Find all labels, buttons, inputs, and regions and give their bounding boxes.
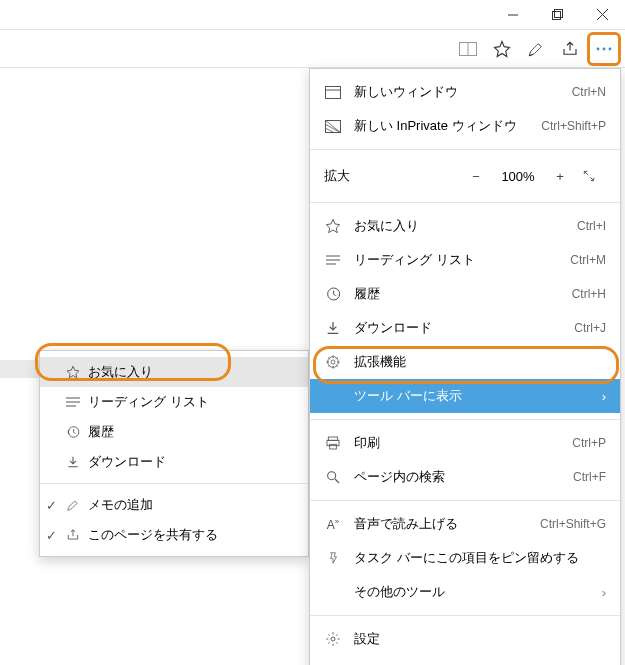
menu-item-help[interactable]: ? ヘルプとフィードバック › — [310, 656, 620, 665]
search-icon — [324, 469, 342, 485]
submenu-label: メモの追加 — [88, 496, 294, 514]
menu-item-new-window[interactable]: 新しいウィンドウ Ctrl+N — [310, 75, 620, 109]
minimize-button[interactable] — [490, 0, 535, 29]
close-button[interactable] — [580, 0, 625, 29]
menu-item-find[interactable]: ページ内の検索 Ctrl+F — [310, 460, 620, 494]
menu-label: ツール バーに表示 — [354, 387, 590, 405]
menu-shortcut: Ctrl+F — [573, 470, 606, 484]
separator — [310, 615, 620, 616]
more-menu-button[interactable] — [587, 32, 621, 66]
svg-point-8 — [603, 47, 606, 50]
zoom-out-button[interactable]: − — [464, 169, 488, 184]
window-icon — [324, 86, 342, 99]
zoom-label: 拡大 — [324, 167, 454, 185]
reading-list-icon — [324, 254, 342, 266]
toolbar — [0, 30, 625, 68]
svg-rect-23 — [328, 437, 337, 440]
read-aloud-icon: A» — [324, 517, 342, 532]
star-add-icon — [324, 218, 342, 234]
history-icon — [64, 425, 82, 439]
chevron-right-icon: › — [602, 389, 606, 404]
menu-item-history[interactable]: 履歴 Ctrl+H — [310, 277, 620, 311]
menu-item-extensions[interactable]: 拡張機能 — [310, 345, 620, 379]
zoom-value: 100% — [498, 169, 538, 184]
svg-point-9 — [609, 47, 612, 50]
pen-icon — [64, 498, 82, 512]
menu-label: お気に入り — [354, 217, 565, 235]
svg-rect-24 — [327, 440, 339, 445]
extensions-icon — [324, 354, 342, 370]
show-in-toolbar-submenu: お気に入り リーディング リスト 履歴 ダウンロード ✓ メモの追加 ✓ — [39, 350, 309, 557]
menu-shortcut: Ctrl+P — [572, 436, 606, 450]
separator — [310, 419, 620, 420]
svg-point-28 — [331, 637, 335, 641]
favorite-star-icon[interactable] — [485, 32, 519, 66]
share-icon[interactable] — [553, 32, 587, 66]
svg-rect-14 — [326, 86, 341, 98]
submenu-item-add-notes[interactable]: ✓ メモの追加 — [40, 490, 308, 520]
submenu-label: お気に入り — [88, 363, 294, 381]
menu-item-reading-list[interactable]: リーディング リスト Ctrl+M — [310, 243, 620, 277]
inprivate-icon — [324, 120, 342, 133]
main-menu: 新しいウィンドウ Ctrl+N 新しい InPrivate ウィンドウ Ctrl… — [309, 68, 621, 665]
chevron-right-icon: › — [602, 585, 606, 600]
menu-item-read-aloud[interactable]: A» 音声で読み上げる Ctrl+Shift+G — [310, 507, 620, 541]
menu-shortcut: Ctrl+Shift+G — [540, 517, 606, 531]
reading-mode-icon[interactable] — [451, 32, 485, 66]
pin-icon — [324, 550, 342, 566]
download-icon — [64, 455, 82, 469]
svg-rect-2 — [555, 10, 563, 18]
menu-shortcut: Ctrl+M — [570, 253, 606, 267]
submenu-item-reading-list[interactable]: リーディング リスト — [40, 387, 308, 417]
share-icon — [64, 528, 82, 542]
menu-label: 拡張機能 — [354, 353, 606, 371]
submenu-item-favorites[interactable]: お気に入り — [40, 357, 308, 387]
pen-notes-icon[interactable] — [519, 32, 553, 66]
menu-shortcut: Ctrl+N — [572, 85, 606, 99]
menu-item-downloads[interactable]: ダウンロード Ctrl+J — [310, 311, 620, 345]
menu-label: 履歴 — [354, 285, 560, 303]
svg-point-7 — [597, 47, 600, 50]
menu-zoom-row: 拡大 − 100% + — [310, 156, 620, 196]
print-icon — [324, 435, 342, 451]
menu-label: ページ内の検索 — [354, 468, 561, 486]
check-icon: ✓ — [46, 498, 60, 513]
submenu-item-share-page[interactable]: ✓ このページを共有する — [40, 520, 308, 550]
submenu-item-history[interactable]: 履歴 — [40, 417, 308, 447]
menu-item-show-in-toolbar[interactable]: ツール バーに表示 › — [310, 379, 620, 413]
menu-item-pin-taskbar[interactable]: タスク バーにこの項目をピン留めする — [310, 541, 620, 575]
gear-icon — [324, 631, 342, 647]
menu-label: タスク バーにこの項目をピン留めする — [354, 549, 606, 567]
menu-label: 新しい InPrivate ウィンドウ — [354, 117, 529, 135]
svg-rect-1 — [553, 12, 561, 20]
check-icon: ✓ — [46, 528, 60, 543]
history-icon — [324, 286, 342, 302]
menu-item-print[interactable]: 印刷 Ctrl+P — [310, 426, 620, 460]
menu-label: その他のツール — [354, 583, 590, 601]
menu-shortcut: Ctrl+Shift+P — [541, 119, 606, 133]
menu-label: 音声で読み上げる — [354, 515, 528, 533]
svg-point-22 — [331, 360, 335, 364]
svg-line-27 — [335, 479, 339, 483]
separator — [310, 202, 620, 203]
maximize-button[interactable] — [535, 0, 580, 29]
menu-label: リーディング リスト — [354, 251, 558, 269]
menu-shortcut: Ctrl+I — [577, 219, 606, 233]
menu-item-more-tools[interactable]: その他のツール › — [310, 575, 620, 609]
star-outline-icon — [64, 365, 82, 379]
separator — [310, 149, 620, 150]
menu-item-favorites[interactable]: お気に入り Ctrl+I — [310, 209, 620, 243]
svg-point-26 — [328, 472, 336, 480]
zoom-in-button[interactable]: + — [548, 169, 572, 184]
submenu-item-downloads[interactable]: ダウンロード — [40, 447, 308, 477]
menu-label: 新しいウィンドウ — [354, 83, 560, 101]
separator — [310, 500, 620, 501]
content-area: お気に入り リーディング リスト 履歴 ダウンロード ✓ メモの追加 ✓ — [0, 68, 625, 665]
separator — [40, 483, 308, 484]
menu-shortcut: Ctrl+J — [574, 321, 606, 335]
menu-item-new-inprivate[interactable]: 新しい InPrivate ウィンドウ Ctrl+Shift+P — [310, 109, 620, 143]
menu-label: ダウンロード — [354, 319, 562, 337]
fullscreen-button[interactable] — [582, 169, 606, 183]
menu-item-settings[interactable]: 設定 — [310, 622, 620, 656]
submenu-label: リーディング リスト — [88, 393, 294, 411]
